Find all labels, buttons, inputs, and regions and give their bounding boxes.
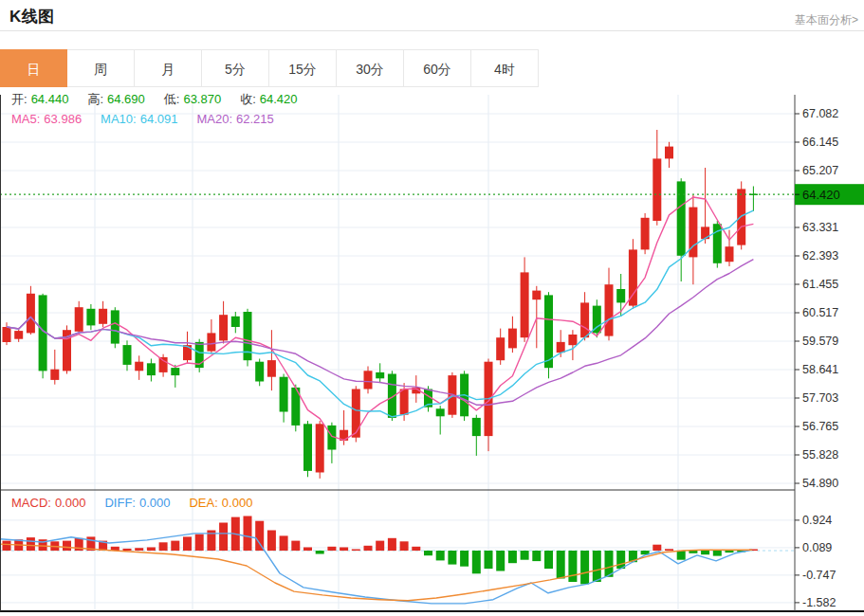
y-axis-label: 65.207: [802, 164, 838, 177]
kline-page: K线图 基本面分析> 日周月5分15分30分60分4时 开:64.440高:64…: [0, 0, 864, 616]
chart-canvas[interactable]: 67.08266.14565.20763.33162.39361.45560.5…: [0, 87, 864, 616]
tab-interval-7[interactable]: 4时: [471, 49, 539, 87]
y-axis-label: 60.517: [802, 306, 838, 319]
y-axis-label: 0.924: [802, 514, 832, 527]
fundamental-analysis-link[interactable]: 基本面分析>: [795, 12, 858, 28]
interval-tab-bar: 日周月5分15分30分60分4时: [0, 49, 864, 87]
y-axis-label: 61.455: [802, 278, 838, 291]
y-axis-label: 55.828: [802, 448, 838, 462]
y-axis-label: 59.579: [802, 335, 838, 348]
y-axis-label: 57.703: [802, 391, 838, 405]
y-axis-label: 0.089: [802, 541, 832, 554]
tab-interval-0[interactable]: 日: [0, 49, 67, 87]
tab-interval-6[interactable]: 60分: [404, 49, 471, 87]
tab-interval-3[interactable]: 5分: [202, 49, 269, 87]
tab-interval-5[interactable]: 30分: [337, 49, 404, 87]
y-axis-label: -0.747: [802, 569, 836, 582]
y-axis-label: 67.082: [802, 107, 838, 120]
tab-interval-4[interactable]: 15分: [269, 49, 337, 87]
page-title: K线图: [0, 0, 864, 27]
tab-interval-2[interactable]: 月: [135, 49, 202, 87]
chart-area: 开:64.440高:64.690低:63.870收:64.420 MA5:63.…: [0, 87, 864, 616]
current-price-tag: 64.420: [795, 184, 864, 205]
y-axis-label: -1.582: [802, 596, 836, 609]
y-axis-label: 54.890: [802, 477, 838, 490]
y-axis-label: 62.393: [802, 249, 838, 263]
y-axis-label: 58.641: [802, 363, 838, 376]
tab-interval-1[interactable]: 周: [67, 49, 135, 87]
y-axis-label: 56.765: [802, 420, 838, 433]
y-axis-label: 66.145: [802, 136, 838, 149]
y-axis-label: 63.331: [802, 221, 838, 234]
page-header: K线图 基本面分析>: [0, 0, 864, 31]
svg-text:64.420: 64.420: [802, 188, 840, 202]
